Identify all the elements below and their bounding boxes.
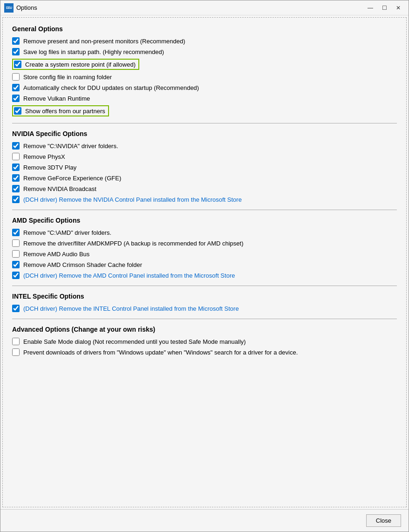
nvidia-options-section: NVIDIA Specific Options Remove "C:\NVIDI… (12, 130, 397, 203)
highlighted-restore-point: Create a system restore point (if allowe… (12, 59, 139, 70)
option-amd-audio-checkbox[interactable] (12, 250, 20, 258)
option-amd-dch-checkbox[interactable] (12, 272, 20, 279)
intel-options-title: INTEL Specific Options (12, 293, 397, 300)
option-amd-folders-label[interactable]: Remove "C:\AMD" driver folders. (23, 229, 111, 236)
divider-general-nvidia (12, 123, 397, 123)
list-item: Store config file in roaming folder (12, 73, 397, 81)
list-item: Create a system restore point (if allowe… (12, 59, 397, 70)
list-item: Remove GeForce Experience (GFE) (12, 174, 397, 182)
option-nvidia-dch-label[interactable]: (DCH driver) Remove the NVIDIA Control P… (23, 196, 242, 203)
option-gfe-label[interactable]: Remove GeForce Experience (GFE) (23, 175, 121, 182)
amd-options-section: AMD Specific Options Remove "C:\AMD" dri… (12, 217, 397, 279)
option-partners-label[interactable]: Show offers from our partners (25, 108, 105, 115)
option-vulkan-label[interactable]: Remove Vulkan Runtime (23, 95, 90, 102)
list-item: Save log files in startup path. (Highly … (12, 48, 397, 55)
list-item: Remove "C:\NVIDIA" driver folders. (12, 142, 397, 150)
option-partners-checkbox[interactable] (14, 107, 21, 115)
option-nvidia-folders-checkbox[interactable] (12, 142, 20, 150)
option-auto-check-checkbox[interactable] (12, 84, 20, 91)
list-item: Remove AMD Crimson Shader Cache folder (12, 261, 397, 268)
option-intel-dch-checkbox[interactable] (12, 305, 20, 312)
option-intel-dch-label[interactable]: (DCH driver) Remove the INTEL Control Pa… (23, 305, 239, 312)
option-amd-dch-label[interactable]: (DCH driver) Remove the AMD Control Pane… (23, 272, 235, 279)
option-vulkan-checkbox[interactable] (12, 95, 20, 102)
option-nvidia-dch-checkbox[interactable] (12, 196, 20, 203)
close-button[interactable]: Close (366, 514, 401, 527)
divider-amd-intel (12, 286, 397, 286)
list-item: Enable Safe Mode dialog (Not recommended… (12, 338, 397, 345)
main-content: General Options Remove present and non-p… (2, 17, 407, 507)
footer: Close (0, 509, 409, 532)
window-controls: — ☐ ✕ (364, 2, 405, 14)
option-safe-mode-checkbox[interactable] (12, 338, 20, 345)
option-restore-point-label[interactable]: Create a system restore point (if allowe… (25, 61, 136, 68)
option-auto-check-label[interactable]: Automatically check for DDU updates on s… (23, 84, 199, 91)
option-gfe-checkbox[interactable] (12, 174, 20, 182)
option-physx-label[interactable]: Remove PhysX (23, 153, 65, 160)
close-window-button[interactable]: ✕ (392, 2, 405, 14)
option-prevent-downloads-checkbox[interactable] (12, 348, 20, 356)
divider-intel-advanced (12, 319, 397, 319)
advanced-options-section: Advanced Options (Change at your own ris… (12, 326, 397, 356)
list-item: (DCH driver) Remove the NVIDIA Control P… (12, 196, 397, 203)
option-3dtv-label[interactable]: Remove 3DTV Play (23, 164, 76, 171)
option-amd-audio-label[interactable]: Remove AMD Audio Bus (23, 251, 89, 258)
nvidia-options-title: NVIDIA Specific Options (12, 130, 397, 137)
titlebar: DDU Options — ☐ ✕ (0, 0, 409, 15)
options-window: DDU Options — ☐ ✕ General Options Remove… (0, 0, 409, 532)
list-item: Remove "C:\AMD" driver folders. (12, 229, 397, 236)
option-safe-mode-label[interactable]: Enable Safe Mode dialog (Not recommended… (23, 338, 246, 345)
highlighted-partners: Show offers from our partners (12, 105, 109, 116)
option-amdkmpfd-checkbox[interactable] (12, 239, 20, 247)
list-item: Remove present and non-present monitors … (12, 37, 397, 45)
advanced-options-title: Advanced Options (Change at your own ris… (12, 326, 397, 333)
option-remove-monitors-checkbox[interactable] (12, 37, 20, 45)
option-amdkmpfd-label[interactable]: Remove the driver/filter AMDKMPFD (A bac… (23, 240, 244, 247)
list-item: Remove Vulkan Runtime (12, 95, 397, 102)
option-broadcast-checkbox[interactable] (12, 185, 20, 192)
amd-options-title: AMD Specific Options (12, 217, 397, 224)
minimize-button[interactable]: — (364, 2, 377, 14)
list-item: Automatically check for DDU updates on s… (12, 84, 397, 91)
option-save-log-checkbox[interactable] (12, 48, 20, 55)
app-icon: DDU (4, 3, 14, 13)
list-item: Remove AMD Audio Bus (12, 250, 397, 258)
option-restore-point-checkbox[interactable] (14, 61, 21, 68)
option-save-log-label[interactable]: Save log files in startup path. (Highly … (23, 48, 164, 55)
option-amd-folders-checkbox[interactable] (12, 229, 20, 236)
list-item: Remove 3DTV Play (12, 164, 397, 171)
list-item: (DCH driver) Remove the AMD Control Pane… (12, 272, 397, 279)
list-item: Prevent downloads of drivers from "Windo… (12, 348, 397, 356)
option-store-config-checkbox[interactable] (12, 73, 20, 81)
option-broadcast-label[interactable]: Remove NVIDIA Broadcast (23, 185, 96, 192)
window-title: Options (16, 4, 364, 11)
maximize-button[interactable]: ☐ (378, 2, 391, 14)
general-options-section: General Options Remove present and non-p… (12, 25, 397, 116)
option-amd-shader-label[interactable]: Remove AMD Crimson Shader Cache folder (23, 261, 142, 268)
general-options-title: General Options (12, 25, 397, 33)
list-item: Remove PhysX (12, 153, 397, 160)
option-remove-monitors-label[interactable]: Remove present and non-present monitors … (23, 38, 185, 45)
option-3dtv-checkbox[interactable] (12, 164, 20, 171)
divider-nvidia-amd (12, 210, 397, 210)
option-amd-shader-checkbox[interactable] (12, 261, 20, 268)
option-physx-checkbox[interactable] (12, 153, 20, 160)
option-prevent-downloads-label[interactable]: Prevent downloads of drivers from "Windo… (23, 349, 298, 356)
option-store-config-label[interactable]: Store config file in roaming folder (23, 74, 112, 81)
intel-options-section: INTEL Specific Options (DCH driver) Remo… (12, 293, 397, 312)
option-nvidia-folders-label[interactable]: Remove "C:\NVIDIA" driver folders. (23, 143, 118, 150)
list-item: (DCH driver) Remove the INTEL Control Pa… (12, 305, 397, 312)
list-item: Show offers from our partners (12, 105, 397, 116)
list-item: Remove NVIDIA Broadcast (12, 185, 397, 192)
list-item: Remove the driver/filter AMDKMPFD (A bac… (12, 239, 397, 247)
